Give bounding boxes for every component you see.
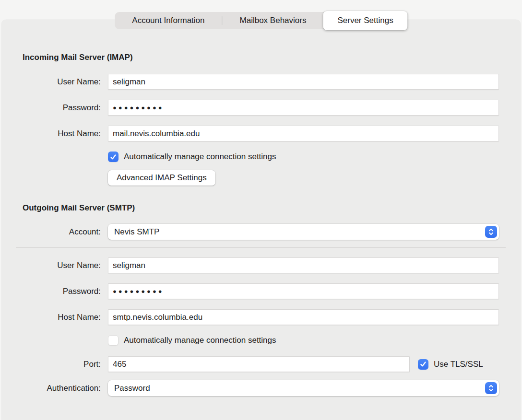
outgoing-host-name-input[interactable]	[108, 309, 499, 325]
outgoing-account-row: Account: Nevis SMTP	[23, 224, 499, 240]
incoming-host-name-input[interactable]	[108, 126, 499, 141]
popup-up-down-arrows-icon	[485, 382, 497, 394]
outgoing-section-heading: Outgoing Mail Server (SMTP)	[23, 203, 499, 213]
outgoing-user-name-label: User Name:	[23, 261, 101, 270]
port-input[interactable]	[108, 356, 410, 372]
tab-mailbox-behaviors[interactable]: Mailbox Behaviors	[223, 12, 324, 29]
authentication-row: Authentication: Password	[23, 380, 499, 396]
outgoing-auto-manage-row: Automatically manage connection settings	[108, 335, 499, 346]
port-label: Port:	[23, 360, 101, 369]
authentication-popup-value: Password	[114, 384, 150, 393]
outgoing-password-row: Password:	[23, 283, 499, 299]
outgoing-auto-manage-checkbox[interactable]	[108, 335, 119, 346]
incoming-user-name-label: User Name:	[23, 77, 101, 87]
tab-label: Mailbox Behaviors	[240, 16, 307, 25]
tab-label: Server Settings	[337, 16, 393, 25]
outgoing-user-name-input[interactable]	[108, 257, 499, 273]
tab-server-settings[interactable]: Server Settings	[323, 11, 407, 30]
outgoing-account-label: Account:	[23, 227, 101, 237]
advanced-settings-row: Advanced IMAP Settings	[108, 162, 499, 186]
incoming-user-name-input[interactable]	[108, 74, 499, 90]
incoming-auto-manage-row: Automatically manage connection settings	[108, 152, 499, 162]
outgoing-account-popup-value: Nevis SMTP	[114, 227, 159, 237]
outgoing-password-label: Password:	[23, 287, 101, 296]
incoming-user-name-row: User Name:	[23, 74, 499, 90]
authentication-label: Authentication:	[23, 384, 101, 393]
tls-group: Use TLS/SSL	[418, 359, 483, 370]
incoming-auto-manage-checkbox[interactable]	[108, 152, 119, 162]
outgoing-host-name-row: Host Name:	[23, 309, 499, 325]
outgoing-auto-manage-label: Automatically manage connection settings	[124, 336, 276, 345]
advanced-imap-settings-button[interactable]: Advanced IMAP Settings	[108, 170, 215, 186]
popup-up-down-arrows-icon	[485, 226, 497, 238]
outgoing-user-name-row: User Name:	[23, 257, 499, 273]
section-divider	[16, 247, 506, 248]
settings-tab-bar: Account Information Mailbox Behaviors Se…	[115, 12, 407, 29]
use-tls-label: Use TLS/SSL	[434, 360, 483, 369]
port-row: Port: Use TLS/SSL	[23, 356, 499, 372]
outgoing-host-name-label: Host Name:	[23, 313, 101, 322]
authentication-popup[interactable]: Password	[108, 380, 499, 396]
incoming-password-input[interactable]	[108, 100, 499, 116]
tab-label: Account Information	[132, 16, 204, 25]
outgoing-account-popup[interactable]: Nevis SMTP	[108, 224, 499, 240]
incoming-password-label: Password:	[23, 103, 101, 113]
tab-account-information[interactable]: Account Information	[115, 12, 222, 29]
incoming-auto-manage-label: Automatically manage connection settings	[124, 152, 276, 162]
incoming-host-name-row: Host Name:	[23, 126, 499, 141]
mail-server-settings-window: { "tabs": [ { "label": "Account Informat…	[0, 0, 522, 420]
settings-panel: Incoming Mail Server (IMAP) User Name: P…	[1, 20, 521, 420]
use-tls-checkbox[interactable]	[418, 359, 428, 370]
incoming-password-row: Password:	[23, 100, 499, 116]
incoming-host-name-label: Host Name:	[23, 129, 101, 139]
outgoing-password-input[interactable]	[108, 283, 499, 299]
